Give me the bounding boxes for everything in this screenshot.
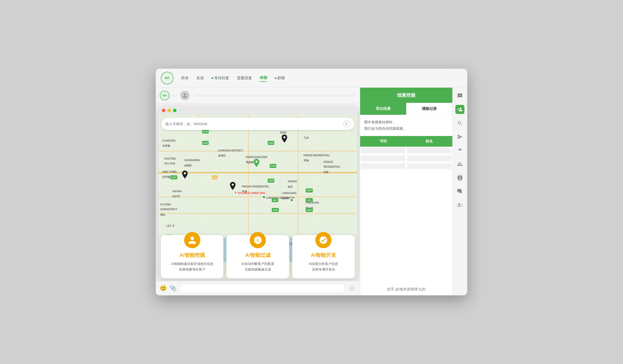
mac-titlebar xyxy=(158,106,357,115)
road-g228: G228 xyxy=(202,141,209,145)
tab-unread[interactable]: 未读 xyxy=(196,75,204,82)
app-container: WA 所有 未读 等待回复 需要回复 单聊 群聊 WA xyxy=(156,69,467,295)
map-label-kengzi2: RESIDENTIAL xyxy=(323,165,340,168)
road-h3 xyxy=(158,197,357,197)
mac-window: G'ANZHEN 长安镇 HOUTING VILLAGE JING TOWN 沙… xyxy=(158,106,357,278)
map-label-fuyong: FUYONG xyxy=(160,203,171,206)
col-number: 号码 xyxy=(360,136,406,147)
user-icon xyxy=(180,91,189,100)
mac-maximize-btn[interactable] xyxy=(173,109,177,112)
svg-point-2 xyxy=(232,184,234,186)
svg-point-1 xyxy=(184,172,186,174)
map-label-houting: HOUTING xyxy=(164,157,176,160)
tab-need-reply[interactable]: 需要回复 xyxy=(237,75,252,82)
watermark-text: 知乎 @海外营销李九村 xyxy=(387,287,426,292)
feature-card-mining: AI智能挖掘 AI智能检索目标区域相关信息 拓展海量潜在客户 xyxy=(161,235,223,278)
map-pin-green-1[interactable] xyxy=(254,159,259,168)
map-label-guangzhen: G'ANZHEN xyxy=(162,139,176,142)
sidebar-send-icon[interactable] xyxy=(455,132,464,141)
road-h1 xyxy=(158,172,357,173)
sidebar-search-icon[interactable] xyxy=(455,119,464,128)
sidebar-message-icon[interactable] xyxy=(455,187,464,196)
filter-icon-circle xyxy=(250,232,266,248)
message-input[interactable] xyxy=(180,284,345,293)
check-icon xyxy=(319,236,328,245)
sidebar-chat-icon[interactable] xyxy=(455,91,464,100)
road-g205: G205 xyxy=(306,188,313,193)
chat-panel: WA ··· xyxy=(156,88,360,295)
mining-desc: AI智能检索目标区域相关信息 拓展海量潜在客户 xyxy=(171,261,213,272)
chat-input-bar: 😊 📎 + xyxy=(156,281,360,295)
map-label-pinghu: PINGHU RESIDENTIAL xyxy=(242,185,269,188)
sidebar-translate-icon[interactable]: 文 A xyxy=(455,201,464,210)
road-g220-2: G220 xyxy=(268,179,274,183)
develop-desc: AI深度分析客户信息 定制专属开发信 xyxy=(309,261,338,272)
map-pin-green-dot2[interactable] xyxy=(290,198,294,202)
main-layout: WA ··· xyxy=(156,88,467,295)
right-panel-actions: 导出结果 清除记录 xyxy=(360,103,452,115)
emoji-icon[interactable]: 😊 xyxy=(160,285,167,292)
road-s33: S33 xyxy=(212,175,218,179)
road-h4 xyxy=(158,213,357,214)
right-panel-title: 线索挖掘 xyxy=(360,88,452,103)
more-options-icon[interactable]: ··· xyxy=(172,93,178,99)
road-g228-2: G228 xyxy=(202,129,209,133)
road-v1 xyxy=(198,115,199,116)
map-label-pinghu2: 平湖 xyxy=(242,190,247,194)
send-plus-icon[interactable]: + xyxy=(348,284,356,292)
table-row-2 xyxy=(360,155,452,162)
road-g15: G15 xyxy=(272,198,278,202)
map-label-sifeng2: 四丰 xyxy=(288,185,293,189)
sidebar-contact-icon[interactable] xyxy=(455,173,464,182)
road-g228-3: G228 xyxy=(268,141,274,145)
cell-number-2 xyxy=(361,156,405,161)
road-h2 xyxy=(158,151,357,151)
person-icon xyxy=(188,236,197,245)
map-label-shiyan: SHIYAN xyxy=(172,190,182,193)
map-search-bar xyxy=(161,118,354,130)
sidebar-group-icon[interactable] xyxy=(455,160,464,169)
map-label-xiani: XIANI xyxy=(280,131,286,134)
sidebar-settings-icon[interactable] xyxy=(455,146,464,155)
svg-point-3 xyxy=(256,161,258,163)
table-row-1 xyxy=(360,147,452,155)
tab-single-chat[interactable]: 单聊 xyxy=(260,74,267,82)
sidebar-person-add-icon[interactable] xyxy=(455,105,464,114)
map-label-fenggangzhen2: 凤岗镇 xyxy=(246,161,254,164)
tab-waiting[interactable]: 等待回复 xyxy=(211,75,229,82)
clear-button[interactable]: 清除记录 xyxy=(406,103,452,115)
map-label-shazhen: 沙仔镇 xyxy=(162,175,170,179)
export-button[interactable]: 导出结果 xyxy=(360,103,406,115)
map-label-changan: 长安镇 xyxy=(162,144,170,148)
mac-minimize-btn[interactable] xyxy=(167,109,171,112)
road-g220: G220 xyxy=(270,164,276,168)
road-s359: S359 xyxy=(306,208,313,212)
feature-card-develop: AI智能开发 AI深度分析客户信息 定制专属开发信 xyxy=(292,235,355,278)
map-pin-black-left[interactable] xyxy=(182,170,188,180)
panel-description: 图中有搜索结果时， 我们会为您自动挖掘线索。 xyxy=(360,115,452,136)
tab-bar: WA 所有 未读 等待回复 需要回复 单聊 群聊 xyxy=(156,69,467,88)
chat-avatar: WA xyxy=(160,91,169,100)
mining-icon-circle xyxy=(184,232,200,248)
tab-all[interactable]: 所有 xyxy=(181,75,189,82)
map-label-longgang: Longgang xyxy=(282,192,297,195)
map-pin-black-top[interactable] xyxy=(282,135,287,144)
map-label-jiuxiang: 九乡 xyxy=(304,136,309,140)
right-panel: 线索挖掘 导出结果 清除记录 图中有搜索结果时， 我们会为您自动挖掘线索。 号码… xyxy=(360,88,452,295)
map-label-pingdi2: 坪地 xyxy=(304,159,309,162)
map-label-xiyuan: 📍 Xiyuan Flower Sho... xyxy=(234,192,267,195)
tab-group[interactable]: 群聊 xyxy=(275,75,285,82)
map-pin-black-center[interactable] xyxy=(230,182,236,191)
map-label-longhuaqu: 龙华区 xyxy=(218,154,226,158)
map-search-input[interactable] xyxy=(165,122,341,126)
map-content: G'ANZHEN 长安镇 HOUTING VILLAGE JING TOWN 沙… xyxy=(158,115,357,278)
svg-point-0 xyxy=(283,136,285,138)
app-logo: WA xyxy=(161,72,173,84)
attach-icon[interactable]: 📎 xyxy=(170,285,177,292)
search-button[interactable] xyxy=(343,120,350,127)
map-pin-green-dot[interactable] xyxy=(262,195,266,199)
results-table: 号码 姓名 xyxy=(360,136,452,170)
mac-close-btn[interactable] xyxy=(162,109,165,112)
cell-name-3 xyxy=(407,163,451,169)
translate-text-icon: 文 xyxy=(457,203,461,208)
